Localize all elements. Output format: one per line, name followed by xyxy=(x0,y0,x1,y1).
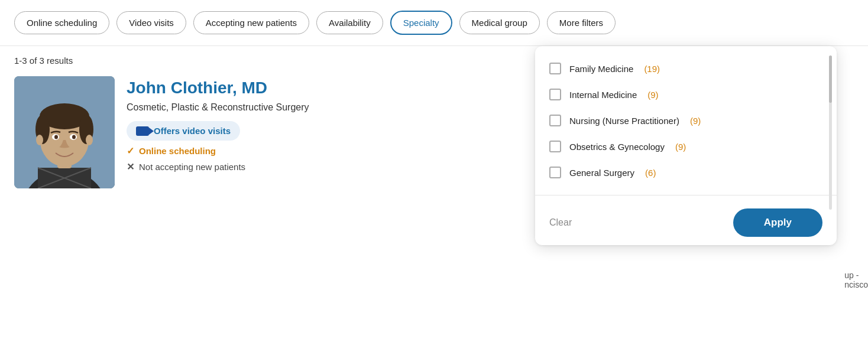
footer-divider xyxy=(535,195,837,195)
specialty-item-nursing[interactable]: Nursing (Nurse Practitioner) (9) xyxy=(535,107,837,133)
filter-online-scheduling[interactable]: Online scheduling xyxy=(14,11,109,34)
filter-specialty[interactable]: Specialty xyxy=(390,11,452,35)
doctor-name[interactable]: John Clothier, MD xyxy=(127,79,309,97)
video-camera-icon xyxy=(136,126,149,136)
general-surgery-count: (6) xyxy=(645,168,656,178)
scrollbar-thumb[interactable] xyxy=(829,56,832,103)
doctor-info: John Clothier, MD Cosmetic, Plastic & Re… xyxy=(127,76,309,172)
filter-accepting-new-patients[interactable]: Accepting new patients xyxy=(193,11,309,34)
specialty-item-general-surgery[interactable]: General Surgery (6) xyxy=(535,159,837,185)
x-icon: ✕ xyxy=(127,161,134,172)
specialty-list: Family Medicine (19) Internal Medicine (… xyxy=(535,46,837,190)
svg-point-13 xyxy=(54,135,58,139)
online-scheduling-status: ✓ Online scheduling xyxy=(127,145,309,157)
specialty-item-internal-medicine[interactable]: Internal Medicine (9) xyxy=(535,82,837,107)
partial-text-line2: ncisco xyxy=(844,280,868,289)
family-medicine-count: (19) xyxy=(644,64,660,74)
filter-medical-group[interactable]: Medical group xyxy=(459,11,540,34)
doctor-portrait-svg xyxy=(14,76,115,188)
specialty-dropdown: Family Medicine (19) Internal Medicine (… xyxy=(535,46,837,245)
nursing-checkbox[interactable] xyxy=(549,115,561,126)
svg-point-15 xyxy=(36,135,43,145)
internal-medicine-count: (9) xyxy=(647,90,658,100)
filter-video-visits[interactable]: Video visits xyxy=(116,11,186,34)
internal-medicine-checkbox[interactable] xyxy=(549,89,561,100)
video-visits-badge[interactable]: Offers video visits xyxy=(127,121,240,141)
doctor-photo-inner xyxy=(14,76,115,188)
filter-bar: Online scheduling Video visits Accepting… xyxy=(0,0,868,46)
partial-text: up - ncisco xyxy=(844,270,868,289)
family-medicine-label: Family Medicine xyxy=(569,64,633,74)
video-visits-label: Offers video visits xyxy=(154,126,231,136)
svg-point-16 xyxy=(86,135,93,145)
svg-point-14 xyxy=(72,135,76,139)
specialty-item-family-medicine[interactable]: Family Medicine (19) xyxy=(535,56,837,82)
specialty-item-ob-gyn[interactable]: Obsetrics & Gynecology (9) xyxy=(535,133,837,159)
scrollbar-track[interactable] xyxy=(829,56,832,210)
partial-text-line1: up - xyxy=(844,270,868,280)
ob-gyn-count: (9) xyxy=(675,142,686,152)
nursing-count: (9) xyxy=(690,116,701,126)
dropdown-footer: Clear Apply xyxy=(535,200,837,245)
not-accepting-status: ✕ Not accepting new patients xyxy=(127,161,309,172)
main-content: 1-3 of 3 results xyxy=(0,46,868,198)
ob-gyn-checkbox[interactable] xyxy=(549,141,561,152)
online-scheduling-label: Online scheduling xyxy=(139,146,216,156)
doctor-photo xyxy=(14,76,115,188)
clear-button[interactable]: Clear xyxy=(549,217,572,228)
doctor-specialty: Cosmetic, Plastic & Reconstructive Surge… xyxy=(127,102,309,113)
checkmark-icon: ✓ xyxy=(127,145,134,157)
ob-gyn-label: Obsetrics & Gynecology xyxy=(569,142,665,152)
internal-medicine-label: Internal Medicine xyxy=(569,90,637,100)
apply-button[interactable]: Apply xyxy=(733,208,822,237)
general-surgery-checkbox[interactable] xyxy=(549,167,561,178)
family-medicine-checkbox[interactable] xyxy=(549,63,561,74)
general-surgery-label: General Surgery xyxy=(569,168,634,178)
filter-availability[interactable]: Availability xyxy=(316,11,383,34)
not-accepting-label: Not accepting new patients xyxy=(139,162,245,172)
filter-more-filters[interactable]: More filters xyxy=(547,11,616,34)
nursing-label: Nursing (Nurse Practitioner) xyxy=(569,116,679,126)
